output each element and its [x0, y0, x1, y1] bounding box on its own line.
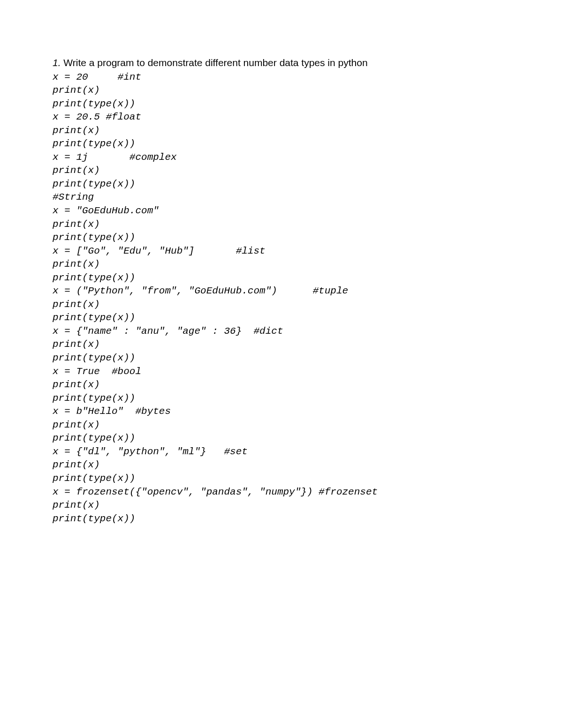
code-line: x = {"name" : "anu", "age" : 36} #dict	[53, 325, 510, 338]
code-line: print(x)	[53, 499, 510, 512]
code-line: print(x)	[53, 458, 510, 472]
code-line: print(type(x))	[53, 472, 510, 486]
code-line: print(x)	[53, 378, 510, 392]
code-line: print(x)	[53, 338, 510, 352]
code-line: print(type(x))	[53, 137, 510, 151]
code-line: print(type(x))	[53, 231, 510, 245]
code-line: x = {"dl", "python", "ml"} #set	[53, 445, 510, 459]
code-line: x = frozenset({"opencv", "pandas", "nump…	[53, 486, 510, 499]
code-line: print(type(x))	[53, 512, 510, 526]
code-line: x = b"Hello" #bytes	[53, 405, 510, 419]
code-line: print(type(x))	[53, 352, 510, 365]
code-line: x = "GoEduHub.com"	[53, 204, 510, 218]
code-line: print(x)	[53, 84, 510, 98]
code-line: print(type(x))	[53, 392, 510, 405]
code-line: print(x)	[53, 164, 510, 178]
code-line: print(x)	[53, 218, 510, 232]
title-number: 1.	[53, 57, 61, 68]
code-line: print(type(x))	[53, 432, 510, 445]
code-line: print(x)	[53, 124, 510, 138]
code-line: print(type(x))	[53, 178, 510, 191]
code-line: x = True #bool	[53, 365, 510, 379]
code-line: print(x)	[53, 298, 510, 312]
code-line: print(x)	[53, 258, 510, 271]
code-line: x = 20 #int	[53, 71, 510, 84]
code-line: x = ("Python", "from", "GoEduHub.com") #…	[53, 285, 510, 298]
code-line: x = 1j #complex	[53, 151, 510, 165]
title-text: Write a program to demonstrate different…	[61, 57, 368, 68]
code-line: print(type(x))	[53, 311, 510, 325]
code-line: x = 20.5 #float	[53, 111, 510, 124]
code-block: x = 20 #int print(x) print(type(x)) x = …	[53, 71, 510, 526]
code-line: #String	[53, 191, 510, 204]
code-line: x = ["Go", "Edu", "Hub"] #list	[53, 245, 510, 258]
code-line: print(type(x))	[53, 271, 510, 285]
code-line: print(type(x))	[53, 98, 510, 111]
document-title: 1. Write a program to demonstrate differ…	[53, 56, 510, 70]
code-line: print(x)	[53, 419, 510, 432]
